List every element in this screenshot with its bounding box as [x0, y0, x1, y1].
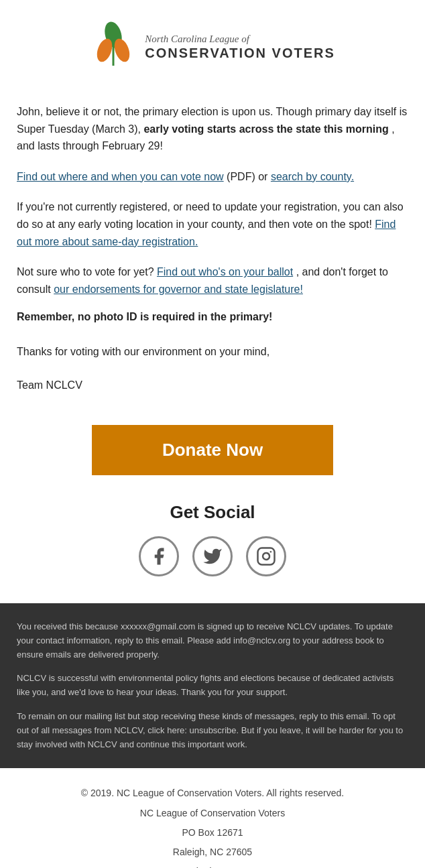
link1-suffix: (PDF) or	[227, 171, 267, 182]
ballot-section: Not sure who to vote for yet? Find out w…	[17, 263, 408, 298]
logo-bottom-line: CONSERVATION VOTERS	[145, 45, 335, 61]
endorsements-link[interactable]: our endorsements for governor and state …	[54, 284, 303, 295]
thanks-section: Thanks for voting with our environment o…	[17, 343, 408, 361]
social-section: Get Social	[0, 495, 425, 603]
logo-text: North Carolina League of CONSERVATION VO…	[145, 33, 335, 61]
donate-section: Donate Now	[0, 418, 425, 495]
instagram-icon	[256, 546, 276, 566]
footer-copyright: © 2019. NC League of Conservation Voters…	[13, 785, 412, 802]
intro-paragraph: John, believe it or not, the primary ele…	[17, 103, 408, 155]
svg-rect-4	[258, 548, 275, 564]
twitter-link[interactable]	[192, 536, 233, 576]
search-county-link[interactable]: search by county.	[271, 171, 354, 182]
instagram-link[interactable]	[246, 536, 286, 576]
footer-dark-p2: NCLCV is successful with environmental p…	[17, 672, 408, 700]
donate-button[interactable]: Donate Now	[92, 425, 333, 475]
footer-city-state: Raleigh, NC 27605	[13, 844, 412, 861]
team-section: Team NCLCV	[17, 379, 408, 391]
registration-section: If you're not currently registered, or n…	[17, 198, 408, 250]
header: North Carolina League of CONSERVATION VO…	[0, 0, 425, 90]
footer-light: © 2019. NC League of Conservation Voters…	[0, 768, 425, 868]
footer-country: United States	[13, 863, 412, 868]
bold-notice: Remember, no photo ID is required in the…	[17, 311, 408, 323]
intro-bold: early voting starts across the state thi…	[143, 123, 388, 135]
logo-top-line: North Carolina League of	[145, 33, 335, 45]
registration-prefix: If you're not currently registered, or n…	[17, 201, 404, 230]
footer-dark-p1: You received this because xxxxxx@gmail.c…	[17, 620, 408, 662]
footer-po-box: PO Box 12671	[13, 824, 412, 841]
find-vote-link[interactable]: Find out where and when you can vote now	[17, 171, 224, 182]
facebook-icon	[149, 546, 169, 566]
footer-dark: You received this because xxxxxx@gmail.c…	[0, 603, 425, 768]
social-title: Get Social	[13, 502, 412, 523]
logo-container: North Carolina League of CONSERVATION VO…	[90, 20, 335, 74]
footer-dark-p3: To remain on our mailing list but stop r…	[17, 710, 408, 751]
twitter-icon	[202, 546, 223, 566]
ballot-prefix: Not sure who to vote for yet?	[17, 266, 154, 277]
social-icons	[13, 536, 412, 576]
link-section: Find out where and when you can vote now…	[17, 168, 408, 186]
logo-icon	[90, 20, 137, 74]
page-wrapper: North Carolina League of CONSERVATION VO…	[0, 0, 425, 868]
ballot-link[interactable]: Find out who's on your ballot	[157, 266, 293, 277]
footer-org-name: NC League of Conservation Voters	[13, 805, 412, 822]
main-content: John, believe it or not, the primary ele…	[0, 90, 425, 418]
facebook-link[interactable]	[139, 536, 179, 576]
